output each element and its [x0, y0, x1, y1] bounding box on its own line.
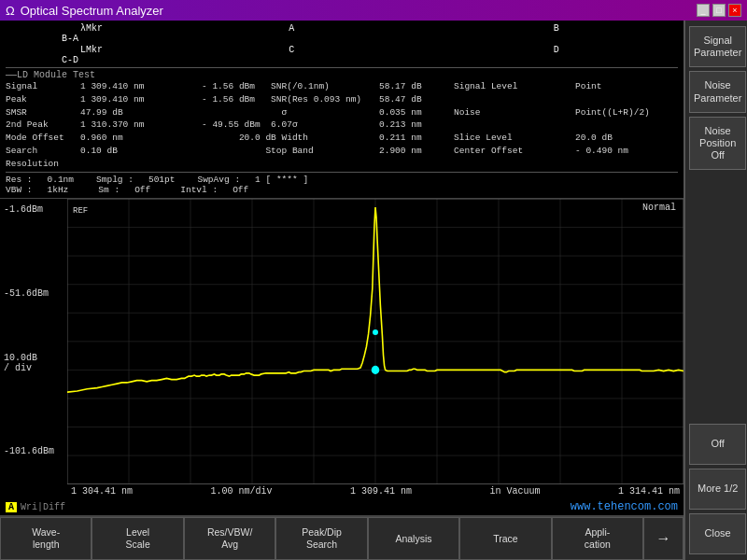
signal-dbm: - 1.56 dBm SNR(/0.1nm) — [202, 80, 379, 93]
peak-dbm: - 1.56 dBm SNR(Res 0.093 nm) — [202, 93, 379, 106]
sm-label: Sm : — [98, 185, 120, 195]
x-center: 1 309.41 nm — [350, 486, 412, 497]
x-div: 1.00 nm/div — [210, 486, 272, 497]
y-top: -1.6dBm — [4, 204, 63, 215]
smsr-label: SMSR — [6, 106, 80, 119]
mode-offset-label: Mode Offset — [6, 132, 80, 145]
res-vbw-avg-button[interactable]: Res/VBW/Avg — [184, 517, 275, 560]
snr-res-value: 58.47 dB — [379, 93, 454, 106]
center-offset-label: Center Offset — [454, 145, 575, 171]
wri-diff: Wri|Diff — [21, 502, 65, 512]
trace-button[interactable]: Trace — [459, 517, 551, 560]
close-button-side[interactable]: Close — [689, 513, 746, 554]
vbw-label: VBW : — [6, 185, 33, 195]
search-res-value: 0.10 dB — [80, 145, 202, 171]
intvl-value: Off — [233, 185, 248, 195]
noise-value: Point((L+R)/2) — [575, 106, 678, 119]
dbwidth-value: 0.211 nm — [379, 132, 454, 145]
res-label: Res : — [6, 175, 33, 185]
peak-dip-search-button[interactable]: Peak/DipSearch — [275, 517, 367, 560]
right-sidebar: SignalParameter NoiseParameter NoisePosi… — [684, 21, 747, 560]
x-axis: 1 304.41 nm 1.00 nm/div 1 309.41 nm in V… — [67, 484, 684, 498]
lmkr-label: LMkr — [80, 45, 279, 55]
measurements-area: λMkr A B B-A LMkr C D C-D ——LD Module Te… — [0, 21, 684, 199]
x-left: 1 304.41 nm — [71, 486, 133, 497]
trace-a: A — [6, 502, 17, 512]
graph-area: -1.6dBm -51.6dBm 10.0dB / div -101.6dBm … — [0, 199, 684, 515]
res-value: 0.1nm — [48, 175, 75, 185]
second-peak-dbm: - 49.55 dBm 6.07σ — [202, 119, 379, 132]
app-title: Optical Spectrum Analyzer — [21, 4, 163, 18]
slice-level-label: Slice Level — [454, 132, 575, 145]
slice-level-value: 20.0 dB — [575, 132, 678, 145]
snr-value: 58.17 dB — [379, 80, 454, 93]
mode-offset-value: 0.960 nm — [80, 132, 202, 145]
y-bottom: -101.6dBm — [4, 446, 63, 456]
off-button[interactable]: Off — [689, 424, 746, 465]
ld-module-label: ——LD Module Test — [6, 70, 678, 80]
sm-value: Off — [134, 185, 150, 195]
analysis-button[interactable]: Analysis — [368, 517, 459, 560]
stop-band-value: 2.900 nm — [379, 145, 454, 171]
y-div: 10.0dB — [4, 353, 37, 363]
peak-label: Peak — [6, 93, 80, 106]
second-peak-label: 2nd Peak — [6, 119, 80, 132]
amkr-ba: B-A — [62, 34, 80, 44]
smplg-label: Smplg : — [96, 175, 134, 185]
search-res-label: Search Resolution — [6, 145, 80, 171]
signal-label: Signal — [6, 80, 80, 93]
lmkr-d: D — [554, 45, 678, 55]
smsr-value: 47.99 dB — [80, 106, 202, 119]
intvl-label: Intvl : — [180, 185, 218, 195]
center-marker — [373, 329, 378, 335]
y-axis: -1.6dBm -51.6dBm 10.0dB / div -101.6dBm — [0, 199, 67, 484]
swpavg-label: SwpAvg : — [197, 175, 240, 185]
watermark: www.tehencom.com — [571, 500, 678, 513]
graph-canvas: Normal REF — [67, 199, 684, 484]
wave-length-button[interactable]: Wave-length — [0, 517, 92, 560]
stop-band-label: Stop Band — [202, 145, 379, 171]
title-bar: Ω Optical Spectrum Analyzer _ □ × — [0, 0, 747, 21]
y-mid: -51.6dBm — [4, 288, 63, 299]
x-vacuum: in Vacuum — [489, 486, 540, 497]
more-1-2-button[interactable]: More 1/2 — [689, 469, 746, 510]
bottom-info: A Wri|Diff www.tehencom.com — [0, 498, 684, 515]
close-button[interactable]: × — [728, 4, 741, 17]
level-scale-button[interactable]: LevelScale — [92, 517, 183, 560]
meas-data-grid: Signal 1 309.410 nm - 1.56 dBm SNR(/0.1n… — [6, 80, 678, 170]
signal-level-value: Point — [575, 80, 678, 93]
settings-row2: VBW : 1kHz Sm : Off Intvl : Off — [6, 185, 678, 195]
center-offset-value: - 0.490 nm — [575, 145, 678, 171]
second-peak-value: 1 310.370 nm — [80, 119, 202, 132]
lmkr-cd: C-D — [62, 55, 80, 65]
amkr-b: B — [554, 23, 678, 34]
spectrum-graph — [67, 199, 684, 484]
noise-parameter-button[interactable]: NoiseParameter — [689, 71, 746, 112]
smplg-value: 501pt — [148, 175, 176, 185]
signal-value: 1 309.410 nm — [80, 80, 202, 93]
noise-position-off-button[interactable]: NoisePositionOff — [689, 117, 746, 171]
sigma-value: 0.035 nm — [379, 106, 454, 119]
marker-row: λMkr A B B-A — [6, 23, 678, 44]
lmkr-row: LMkr C D C-D — [6, 45, 678, 65]
signal-parameter-button[interactable]: SignalParameter — [689, 26, 746, 67]
noise-label: Noise — [454, 106, 575, 119]
ref-label: REF — [73, 206, 88, 216]
func-buttons: Wave-length LevelScale Res/VBW/Avg Peak/… — [0, 515, 684, 560]
arrow-right-button[interactable]: → — [643, 517, 684, 560]
amkr-a: A — [289, 23, 478, 34]
second-peak-sigma-val: 0.213 nm — [379, 119, 454, 132]
graph-mode-label: Normal — [642, 203, 676, 213]
application-button[interactable]: Appli-cation — [552, 517, 643, 560]
settings-row: Res : 0.1nm Smplg : 501pt SwpAvg : 1 [ *… — [6, 175, 678, 185]
svg-point-19 — [372, 366, 380, 374]
app-icon: Ω — [6, 4, 15, 18]
swpavg-value: 1 [ **** ] — [255, 175, 308, 185]
sigma-label: σ — [202, 106, 379, 119]
maximize-button[interactable]: □ — [712, 4, 726, 17]
trace-label-group: A Wri|Diff — [6, 502, 65, 512]
x-right: 1 314.41 nm — [618, 486, 680, 497]
minimize-button[interactable]: _ — [697, 4, 710, 17]
signal-level-label: Signal Level — [454, 80, 575, 93]
lmkr-c: C — [289, 45, 478, 55]
